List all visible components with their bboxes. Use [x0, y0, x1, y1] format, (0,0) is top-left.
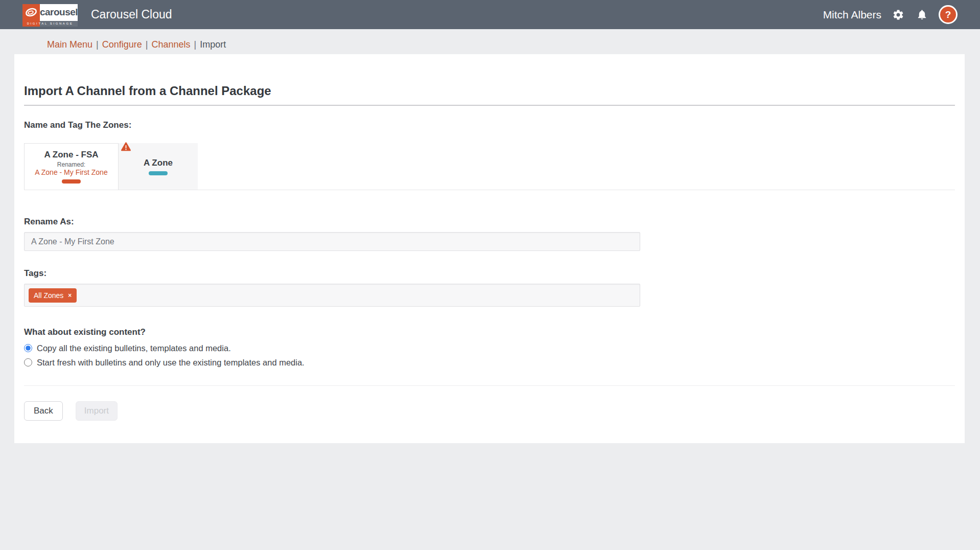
radio-copy-existing[interactable] — [24, 344, 32, 352]
rename-input[interactable] — [24, 232, 640, 251]
bell-icon[interactable] — [915, 8, 928, 21]
option-copy-existing[interactable]: Copy all the existing bulletins, templat… — [24, 341, 955, 355]
import-button[interactable]: Import — [76, 401, 118, 421]
option-label: Start fresh with bulletins and only use … — [37, 358, 305, 368]
tag-remove-icon[interactable]: × — [68, 292, 72, 299]
zone-renamed-label: Renamed: — [57, 161, 85, 168]
radio-start-fresh[interactable] — [24, 358, 32, 366]
breadcrumb-main-menu[interactable]: Main Menu — [47, 39, 92, 50]
help-icon[interactable]: ? — [939, 5, 958, 24]
option-label: Copy all the existing bulletins, templat… — [37, 343, 231, 353]
breadcrumb-separator: | — [146, 39, 148, 50]
logo-tagline: DIGITAL SIGNAGE — [22, 21, 78, 27]
breadcrumb: Main Menu|Configure|Channels|Import — [0, 29, 980, 53]
page-title: Import A Channel from a Channel Package — [24, 84, 955, 106]
zone-card-a-zone[interactable]: A Zone — [119, 143, 198, 190]
gear-icon[interactable] — [892, 8, 905, 21]
back-button[interactable]: Back — [24, 401, 63, 421]
zone-name: A Zone - FSA — [44, 150, 98, 160]
breadcrumb-current: Import — [200, 39, 226, 50]
tags-input[interactable]: All Zones × — [24, 284, 640, 307]
zone-card-a-zone-fsa[interactable]: A Zone - FSA Renamed: A Zone - My First … — [24, 143, 119, 190]
logo-brand-text: carousel — [40, 4, 78, 21]
warning-icon — [121, 142, 131, 152]
carousel-logo[interactable]: carousel DIGITAL SIGNAGE — [22, 4, 78, 27]
import-panel: Import A Channel from a Channel Package … — [14, 54, 965, 443]
button-row: Back Import — [24, 401, 955, 421]
breadcrumb-separator: | — [194, 39, 197, 50]
zones-section-label: Name and Tag The Zones: — [24, 120, 955, 130]
logo-row: carousel — [22, 4, 78, 21]
existing-content-label: What about existing content? — [24, 327, 955, 337]
breadcrumb-channels[interactable]: Channels — [151, 39, 190, 50]
zone-color-bar — [62, 179, 81, 184]
tag-chip-all-zones: All Zones × — [29, 288, 77, 303]
tag-label: All Zones — [34, 291, 63, 300]
header-right: Mitch Albers ? — [823, 5, 958, 24]
tags-label: Tags: — [24, 268, 955, 279]
carousel-swirl-icon — [22, 4, 40, 21]
zones-row: A Zone - FSA Renamed: A Zone - My First … — [24, 143, 955, 190]
app-title: Carousel Cloud — [91, 8, 172, 21]
user-menu[interactable]: Mitch Albers — [823, 9, 881, 21]
app-header: carousel DIGITAL SIGNAGE Carousel Cloud … — [0, 0, 980, 29]
existing-content-options: Copy all the existing bulletins, templat… — [24, 341, 955, 370]
zone-renamed-to: A Zone - My First Zone — [35, 168, 107, 176]
zone-color-bar — [149, 171, 168, 175]
breadcrumb-configure[interactable]: Configure — [102, 39, 142, 50]
breadcrumb-separator: | — [96, 39, 99, 50]
option-start-fresh[interactable]: Start fresh with bulletins and only use … — [24, 355, 955, 370]
zone-name: A Zone — [144, 158, 173, 168]
footer-divider — [24, 385, 955, 386]
rename-label: Rename As: — [24, 217, 955, 227]
